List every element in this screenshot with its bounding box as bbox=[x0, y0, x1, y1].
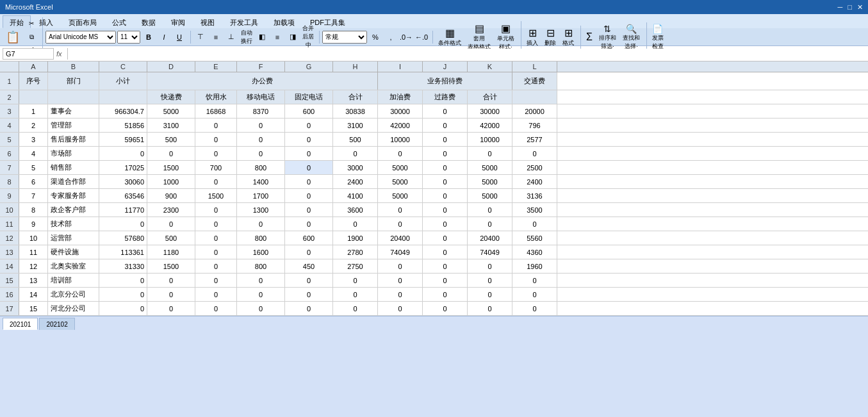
cell-B[interactable]: 河北分公司 bbox=[48, 302, 99, 315]
cell-G[interactable]: 0 bbox=[285, 203, 333, 217]
cell-B[interactable]: 管理部 bbox=[48, 119, 99, 132]
cell-D1-merged[interactable]: 办公费 bbox=[147, 72, 378, 90]
cell-C1[interactable]: 小计 bbox=[99, 72, 147, 90]
cell-E[interactable]: 700 bbox=[195, 161, 237, 174]
cell-H[interactable]: 30838 bbox=[333, 104, 378, 118]
cell-D[interactable]: 0 bbox=[147, 217, 195, 231]
cell-A[interactable]: 5 bbox=[19, 161, 48, 174]
cell-E[interactable]: 0 bbox=[195, 302, 237, 315]
cell-J[interactable]: 0 bbox=[423, 203, 468, 217]
cell-reference[interactable] bbox=[3, 48, 54, 60]
align-left-button[interactable]: ◧ bbox=[255, 31, 269, 44]
cell-L[interactable]: 0 bbox=[512, 274, 557, 287]
cell-E[interactable]: 0 bbox=[195, 231, 237, 245]
cell-I[interactable]: 0 bbox=[378, 217, 423, 231]
cell-C[interactable]: 11770 bbox=[99, 203, 147, 217]
cell-E[interactable]: 0 bbox=[195, 259, 237, 273]
align-top-button[interactable]: ⊤ bbox=[193, 31, 208, 44]
cell-I1-merged[interactable]: 业务招待费 bbox=[378, 72, 512, 90]
align-center-button[interactable]: ≡ bbox=[270, 31, 284, 44]
delete-button[interactable]: ⊟删除 bbox=[542, 26, 559, 49]
cell-F[interactable]: 0 bbox=[237, 302, 285, 315]
cell-J[interactable]: 0 bbox=[423, 133, 468, 146]
cell-I[interactable]: 5000 bbox=[378, 189, 423, 202]
cell-D[interactable]: 1500 bbox=[147, 161, 195, 174]
cell-G[interactable]: 600 bbox=[285, 104, 333, 118]
cell-D[interactable]: 500 bbox=[147, 133, 195, 146]
cell-K[interactable]: 42000 bbox=[468, 119, 512, 132]
cell-B2[interactable] bbox=[48, 90, 99, 104]
cell-H[interactable]: 2750 bbox=[333, 259, 378, 273]
cell-B[interactable]: 北京分公司 bbox=[48, 288, 99, 301]
cell-L[interactable]: 5560 bbox=[512, 231, 557, 245]
cell-G[interactable]: 0 bbox=[285, 147, 333, 160]
sort-filter-button[interactable]: ⇅排序和筛选· bbox=[596, 22, 619, 52]
cell-L[interactable]: 3136 bbox=[512, 189, 557, 202]
cell-F[interactable]: 0 bbox=[237, 133, 285, 146]
cell-F[interactable]: 1400 bbox=[237, 175, 285, 188]
copy-button[interactable]: ⧉ bbox=[24, 31, 38, 44]
cell-F[interactable]: 0 bbox=[237, 119, 285, 132]
col-header-A[interactable]: A bbox=[19, 61, 48, 72]
cell-I[interactable]: 30000 bbox=[378, 104, 423, 118]
cell-F[interactable]: 0 bbox=[237, 288, 285, 301]
tab-review[interactable]: 审阅 bbox=[164, 15, 192, 28]
cell-E[interactable]: 0 bbox=[195, 274, 237, 287]
col-header-B[interactable]: B bbox=[48, 61, 99, 72]
cell-D[interactable]: 900 bbox=[147, 189, 195, 202]
col-header-D[interactable]: D bbox=[147, 61, 195, 72]
col-header-C[interactable]: C bbox=[99, 61, 147, 72]
cell-H[interactable]: 1900 bbox=[333, 231, 378, 245]
cell-D[interactable]: 0 bbox=[147, 147, 195, 160]
cell-K[interactable]: 0 bbox=[468, 302, 512, 315]
cell-A[interactable]: 2 bbox=[19, 119, 48, 132]
insert-button[interactable]: ⊞插入 bbox=[524, 26, 541, 49]
cell-A[interactable]: 14 bbox=[19, 288, 48, 301]
cell-G2[interactable]: 固定电话 bbox=[285, 90, 333, 104]
cell-A[interactable]: 4 bbox=[19, 147, 48, 160]
cell-L[interactable]: 0 bbox=[512, 217, 557, 231]
cell-C[interactable]: 57680 bbox=[99, 231, 147, 245]
cell-F[interactable]: 1300 bbox=[237, 203, 285, 217]
cell-G[interactable]: 0 bbox=[285, 161, 333, 174]
cell-E[interactable]: 0 bbox=[195, 203, 237, 217]
align-bottom-button[interactable]: ⊥ bbox=[224, 31, 238, 44]
cell-L1[interactable]: 交通费 bbox=[512, 72, 557, 90]
cell-H2[interactable]: 合计 bbox=[333, 90, 378, 104]
cell-C[interactable]: 63546 bbox=[99, 189, 147, 202]
cell-G[interactable]: 0 bbox=[285, 175, 333, 188]
maximize-btn[interactable]: □ bbox=[848, 3, 852, 12]
cell-G[interactable]: 0 bbox=[285, 288, 333, 301]
cell-J[interactable]: 0 bbox=[423, 231, 468, 245]
cell-C[interactable]: 0 bbox=[99, 302, 147, 315]
col-header-F[interactable]: F bbox=[237, 61, 285, 72]
cell-I[interactable]: 0 bbox=[378, 288, 423, 301]
paste-button[interactable]: 📋 bbox=[3, 29, 23, 45]
cell-A2[interactable] bbox=[19, 90, 48, 104]
number-format-select[interactable]: 常规 bbox=[322, 31, 367, 44]
tab-addins[interactable]: 加载项 bbox=[266, 15, 302, 28]
cell-F[interactable]: 800 bbox=[237, 259, 285, 273]
tab-developer[interactable]: 开发工具 bbox=[223, 15, 265, 28]
cell-E[interactable]: 0 bbox=[195, 119, 237, 132]
find-select-button[interactable]: 🔍查找和选择· bbox=[620, 22, 643, 52]
col-header-I[interactable]: I bbox=[378, 61, 423, 72]
cell-E[interactable]: 0 bbox=[195, 245, 237, 259]
cell-H[interactable]: 0 bbox=[333, 302, 378, 315]
cell-A[interactable]: 15 bbox=[19, 302, 48, 315]
cell-J[interactable]: 0 bbox=[423, 147, 468, 160]
cell-C[interactable]: 966304.7 bbox=[99, 104, 147, 118]
cell-B[interactable]: 北奥实验室 bbox=[48, 259, 99, 273]
cell-K[interactable]: 0 bbox=[468, 217, 512, 231]
cell-A[interactable]: 13 bbox=[19, 274, 48, 287]
cell-I2[interactable]: 加油费 bbox=[378, 90, 423, 104]
cut-button[interactable]: ✂ bbox=[24, 17, 38, 30]
cell-I[interactable]: 74049 bbox=[378, 245, 423, 259]
cell-D[interactable]: 1180 bbox=[147, 245, 195, 259]
cell-H[interactable]: 0 bbox=[333, 217, 378, 231]
bold-button[interactable]: B bbox=[142, 31, 156, 44]
cell-K[interactable]: 20400 bbox=[468, 231, 512, 245]
cell-B[interactable]: 政企客户部 bbox=[48, 203, 99, 217]
cell-H[interactable]: 2780 bbox=[333, 245, 378, 259]
col-header-G[interactable]: G bbox=[285, 61, 333, 72]
